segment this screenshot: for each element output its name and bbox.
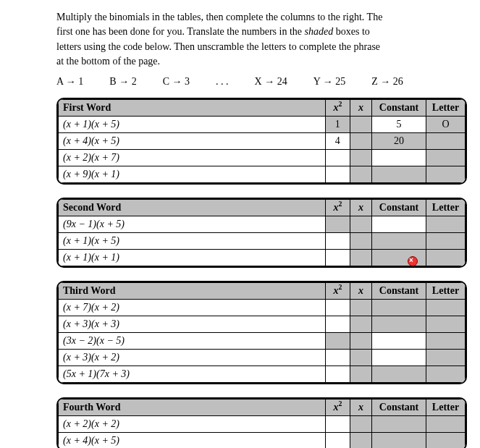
table-row: (x + 3)(x + 2) [59, 350, 466, 366]
instr-line2c: boxes to [333, 26, 370, 37]
word-table: Fourth Wordx2xConstantLetter(x + 2)(x + … [58, 399, 466, 448]
word-table: First Wordx2xConstantLetter(x + 1)(x + 5… [58, 99, 466, 183]
constant-cell[interactable] [372, 316, 426, 333]
constant-cell[interactable] [372, 350, 426, 366]
col-header-letter: Letter [426, 200, 466, 216]
x2-cell[interactable] [325, 433, 350, 448]
col-header-const: Constant [372, 100, 426, 117]
letter-cell[interactable] [426, 216, 466, 233]
instr-line1: Multiply the binomials in the tables, th… [56, 12, 382, 22]
col-header-x2: x2 [325, 100, 350, 117]
x2-cell[interactable] [325, 233, 350, 250]
word-block: Second Wordx2xConstantLetter(9x − 1)(x +… [56, 198, 467, 268]
expression-cell: (x + 1)(x + 1) [59, 250, 326, 266]
letter-cell[interactable] [426, 166, 466, 183]
col-header-x2: x2 [325, 283, 350, 300]
code-b: B → 2 [109, 76, 136, 88]
table-row: (x + 1)(x + 1) [59, 250, 466, 266]
instr-shaded-word: shaded [305, 26, 334, 37]
letter-cell[interactable] [426, 150, 466, 166]
col-header-x2: x2 [325, 200, 350, 216]
word-block: Fourth Wordx2xConstantLetter(x + 2)(x + … [56, 397, 467, 448]
x2-cell[interactable] [325, 166, 350, 183]
word-block: Third Wordx2xConstantLetter(x + 7)(x + 2… [56, 281, 467, 384]
letter-cell[interactable] [426, 350, 466, 366]
constant-cell[interactable] [372, 250, 426, 266]
x-cell[interactable] [350, 416, 372, 433]
expression-cell: (x + 7)(x + 2) [59, 300, 326, 316]
expression-cell: (x + 1)(x + 5) [59, 233, 326, 250]
constant-cell[interactable] [372, 233, 426, 250]
x2-cell[interactable]: 4 [325, 133, 350, 150]
instructions: Multiply the binomials in the tables, th… [56, 10, 467, 69]
x-cell[interactable] [350, 216, 372, 233]
col-header-x: x [350, 283, 372, 300]
x-cell[interactable] [350, 333, 372, 350]
x-cell[interactable] [350, 316, 372, 333]
constant-cell[interactable] [372, 300, 426, 316]
worksheet-page: Multiply the binomials in the tables, th… [0, 0, 480, 448]
x-cell[interactable] [350, 366, 372, 383]
table-row: (x + 2)(x + 7) [59, 150, 466, 166]
x-cell[interactable] [350, 250, 372, 266]
letter-cell[interactable] [426, 333, 466, 350]
x2-cell[interactable] [325, 333, 350, 350]
constant-cell[interactable] [372, 216, 426, 233]
instr-line2a: first one has been done for you. Transla… [56, 26, 305, 37]
letter-cell[interactable] [426, 433, 466, 448]
constant-cell[interactable] [372, 333, 426, 350]
code-z: Z → 26 [371, 76, 403, 88]
letter-cell[interactable] [426, 316, 466, 333]
expression-cell: (5x + 1)(7x + 3) [59, 366, 326, 383]
letter-cell[interactable] [426, 366, 466, 383]
constant-cell[interactable] [372, 150, 426, 166]
code-a: A → 1 [56, 76, 83, 88]
x-cell[interactable] [350, 133, 372, 150]
col-header-const: Constant [372, 200, 426, 216]
constant-cell[interactable] [372, 433, 426, 448]
letter-cell[interactable] [426, 300, 466, 316]
word-title: Third Word [59, 283, 326, 300]
x-cell[interactable] [350, 433, 372, 448]
col-header-letter: Letter [426, 283, 466, 300]
col-header-const: Constant [372, 283, 426, 300]
table-row: (x + 3)(x + 3) [59, 316, 466, 333]
letter-cell[interactable] [426, 250, 466, 266]
x-cell[interactable] [350, 150, 372, 166]
x2-cell[interactable] [325, 366, 350, 383]
x-cell[interactable] [350, 300, 372, 316]
letter-cell[interactable] [426, 133, 466, 150]
expression-cell: (x + 3)(x + 3) [59, 316, 326, 333]
expression-cell: (x + 4)(x + 5) [59, 133, 326, 150]
x2-cell[interactable] [325, 350, 350, 366]
x2-cell[interactable] [325, 250, 350, 266]
expression-cell: (x + 4)(x + 5) [59, 433, 326, 448]
expression-cell: (9x − 1)(x + 5) [59, 216, 326, 233]
x2-cell[interactable] [325, 300, 350, 316]
constant-cell[interactable]: 5 [372, 117, 426, 133]
word-title: Second Word [59, 200, 326, 216]
x2-cell[interactable] [325, 150, 350, 166]
code-x: X → 24 [255, 76, 287, 88]
x2-cell[interactable] [325, 316, 350, 333]
constant-cell[interactable] [372, 366, 426, 383]
letter-cell[interactable]: O [426, 117, 466, 133]
x-cell[interactable] [350, 166, 372, 183]
letter-cell[interactable] [426, 416, 466, 433]
constant-cell[interactable] [372, 416, 426, 433]
x-cell[interactable] [350, 233, 372, 250]
x2-cell[interactable]: 1 [325, 117, 350, 133]
word-title: First Word [59, 100, 326, 117]
letter-cell[interactable] [426, 233, 466, 250]
x2-cell[interactable] [325, 416, 350, 433]
instr-line4: at the bottom of the page. [56, 56, 160, 67]
col-header-letter: Letter [426, 400, 466, 416]
x-cell[interactable] [350, 350, 372, 366]
col-header-x2: x2 [325, 400, 350, 416]
table-row: (x + 9)(x + 1) [59, 166, 466, 183]
constant-cell[interactable]: 20 [372, 133, 426, 150]
x2-cell[interactable] [325, 216, 350, 233]
table-row: (x + 4)(x + 5) [59, 433, 466, 448]
x-cell[interactable] [350, 117, 372, 133]
constant-cell[interactable] [372, 166, 426, 183]
